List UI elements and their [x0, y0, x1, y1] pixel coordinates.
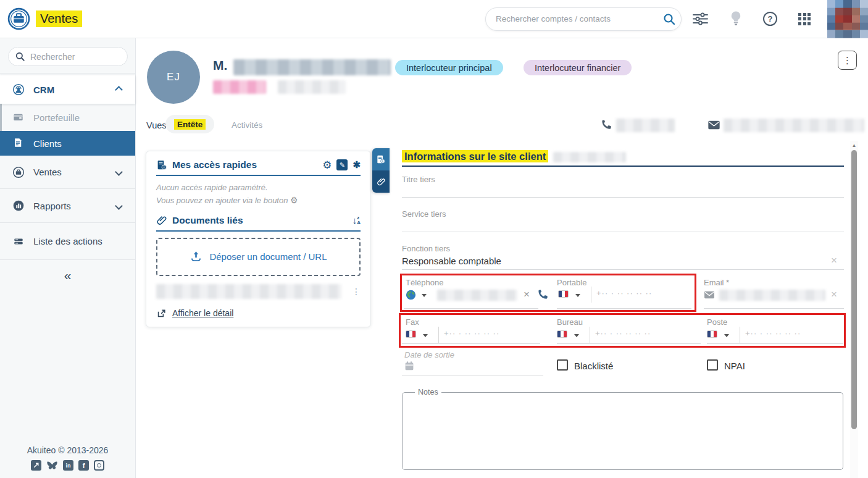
contact-actions-kebab-button[interactable]: ⋮: [838, 51, 857, 70]
scroll-up-arrow[interactable]: ▲: [850, 141, 858, 149]
date-sortie-field[interactable]: [402, 375, 543, 375]
vertical-scrollbar[interactable]: ▲: [850, 141, 858, 478]
info-document-icon: [376, 154, 386, 164]
telephone-value-redacted: [437, 290, 517, 301]
filters-sliders-icon[interactable]: [692, 12, 709, 26]
sidebar-item-rapports[interactable]: Rapports: [0, 189, 135, 222]
quick-access-empty-text: Aucun accès rapide paramétré. Vous pouve…: [156, 182, 361, 208]
facebook-icon[interactable]: f: [78, 460, 89, 471]
notes-textarea[interactable]: [407, 399, 838, 467]
clear-telephone-button[interactable]: ×: [524, 289, 530, 300]
tab-informations[interactable]: [372, 148, 390, 170]
show-detail-label: Afficher le détail: [172, 308, 233, 318]
portable-country-caret[interactable]: [575, 294, 580, 297]
main-content: EJ M. Interlocuteur principal Interlocut…: [136, 38, 868, 478]
scrollbar-thumb[interactable]: [851, 150, 857, 429]
divider: [0, 259, 135, 260]
poste-field-underline: [707, 343, 843, 344]
email-field-underline: [704, 308, 844, 309]
show-detail-link[interactable]: Afficher le détail: [156, 308, 361, 319]
sidebar-item-label: Rapports: [33, 201, 71, 211]
sidebar-item-clients[interactable]: Clients: [0, 131, 135, 156]
blackliste-checkbox[interactable]: [557, 359, 568, 371]
global-search-input[interactable]: [496, 14, 662, 23]
fonction-tiers-label: Fonction tiers: [402, 244, 450, 253]
npai-checkbox[interactable]: [707, 359, 718, 371]
chevron-up-icon: [115, 86, 123, 94]
document-dropzone[interactable]: Déposer un document / URL: [156, 238, 361, 276]
titre-tiers-field[interactable]: [402, 197, 844, 198]
quick-access-icon: [156, 159, 167, 170]
gear-icon[interactable]: ⚙: [322, 160, 332, 170]
document-kebab-button[interactable]: ⋮: [352, 287, 361, 296]
topbar-actions: ?: [485, 0, 868, 38]
calendar-icon[interactable]: [404, 361, 414, 371]
bureau-input[interactable]: [595, 329, 663, 338]
tab-attachments[interactable]: [372, 170, 390, 193]
sidebar-search-input[interactable]: [30, 52, 117, 62]
sidebar-item-label: Portefeuille: [33, 112, 80, 123]
notes-fieldset: Notes: [402, 388, 843, 470]
badge-interlocuteur-financier: Interlocuteur financier: [524, 60, 632, 75]
telephone-field-underline: [404, 308, 538, 309]
help-icon[interactable]: ?: [763, 12, 777, 26]
titre-tiers-label: Titre tiers: [402, 175, 435, 184]
site-name-redacted: [553, 152, 626, 162]
header-email-redacted: [724, 119, 864, 132]
sidebar-item-liste-des-actions[interactable]: Liste des actions: [0, 223, 135, 259]
call-phone-icon[interactable]: [537, 288, 549, 300]
fax-country-caret[interactable]: [423, 334, 428, 337]
poste-label: Poste: [707, 317, 727, 327]
global-search[interactable]: [485, 7, 682, 31]
sidebar-search[interactable]: [8, 47, 128, 66]
linkedin-icon[interactable]: in: [63, 460, 73, 471]
gear-icon: ⚙: [290, 195, 298, 205]
divider: [156, 230, 361, 232]
chevron-down-icon: [115, 202, 123, 210]
france-flag-icon[interactable]: [558, 290, 569, 298]
france-flag-icon[interactable]: [707, 330, 717, 338]
france-flag-icon[interactable]: [557, 330, 567, 338]
action-list-icon: [12, 235, 25, 248]
poste-input[interactable]: [745, 329, 813, 338]
sidebar-item-crm[interactable]: CRM: [0, 75, 135, 104]
search-icon: [15, 51, 25, 62]
france-flag-icon[interactable]: [406, 330, 416, 338]
share-icon[interactable]: [31, 460, 41, 471]
instagram-icon[interactable]: [94, 460, 104, 471]
user-avatar[interactable]: [827, 0, 868, 38]
sort-alpha-icon[interactable]: ↓ zA: [353, 215, 361, 225]
tab-entete[interactable]: Entête: [165, 115, 214, 133]
fax-field-underline: [402, 343, 540, 344]
divider: [0, 73, 135, 73]
contact-tag-redacted: [213, 80, 266, 94]
portable-input[interactable]: [596, 288, 664, 298]
contact-name-prefix: M.: [213, 58, 227, 73]
telephone-country-caret[interactable]: [422, 294, 427, 297]
clear-email-button[interactable]: ×: [831, 289, 837, 300]
fax-input[interactable]: [444, 329, 512, 338]
bureau-country-caret[interactable]: [574, 334, 579, 337]
bluesky-butterfly-icon[interactable]: [46, 461, 58, 471]
sidebar-collapse-button[interactable]: «: [0, 268, 135, 283]
blackliste-label: Blacklisté: [574, 361, 613, 371]
search-icon[interactable]: [662, 12, 676, 26]
bureau-field-underline: [557, 343, 701, 344]
sidebar-item-ventes[interactable]: Ventes: [0, 156, 135, 188]
poste-country-caret[interactable]: [724, 334, 729, 337]
service-tiers-label: Service tiers: [402, 209, 446, 219]
sidebar-item-portefeuille[interactable]: Portefeuille: [0, 104, 135, 131]
fonction-tiers-field: [402, 269, 844, 270]
apps-grid-icon[interactable]: [798, 13, 811, 25]
asterisk-icon[interactable]: ✱: [353, 159, 361, 170]
fonction-tiers-value[interactable]: Responsable comptable: [402, 256, 501, 266]
edit-icon[interactable]: ✎: [336, 159, 348, 170]
tab-activites[interactable]: Activités: [232, 120, 262, 130]
service-tiers-field[interactable]: [402, 232, 844, 232]
globe-country-icon[interactable]: [406, 290, 416, 300]
lightbulb-icon[interactable]: [730, 10, 742, 27]
document-list-item[interactable]: ⋮: [156, 284, 361, 299]
envelope-icon: [707, 120, 720, 130]
clear-fonction-button[interactable]: ×: [831, 255, 837, 266]
page-title: Ventes: [36, 10, 82, 27]
